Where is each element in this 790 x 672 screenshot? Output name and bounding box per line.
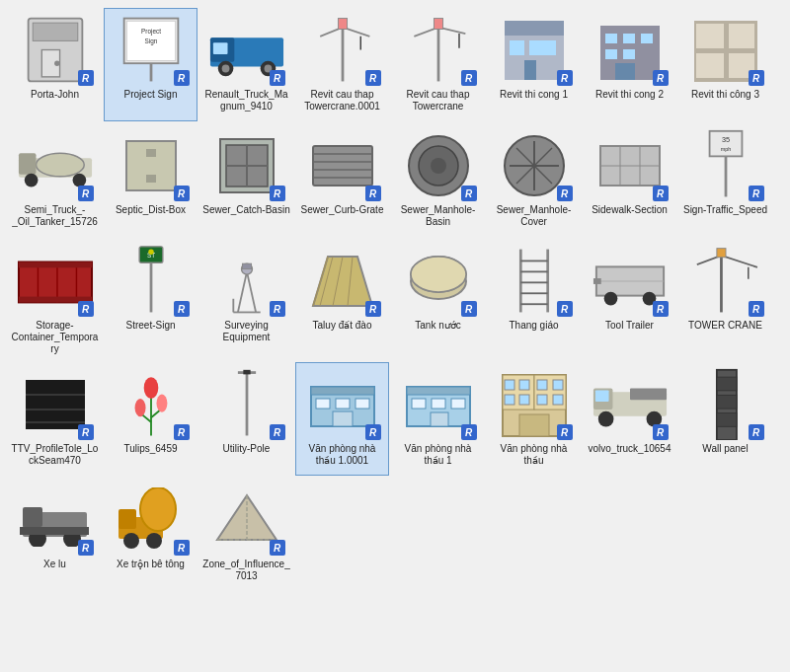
item-thumbnail-storage-container: R	[16, 244, 95, 318]
item-label-van-phong-nha-thau: Văn phòng nhà thầu	[490, 443, 578, 467]
svg-point-162	[597, 411, 613, 426]
svg-line-90	[237, 271, 246, 312]
r-badge: R	[653, 186, 669, 201]
grid-item-sign-traffic-speed[interactable]: 35mphRSign-Traffic_Speed	[678, 123, 772, 237]
item-label-revit-cau-thap-towercrane0001: Revit cau thap Towercrane.0001	[298, 89, 386, 112]
item-label-revit-thi-cong-2: Revit thi cong 2	[595, 89, 664, 101]
svg-text:mph: mph	[720, 146, 731, 152]
svg-rect-152	[553, 380, 563, 390]
grid-item-revit-thi-cong-2[interactable]: RRevit thi cong 2	[583, 8, 676, 121]
grid-item-wall-panel[interactable]: RWall panel	[678, 362, 772, 476]
item-thumbnail-revit-thi-cong-2: R	[591, 13, 670, 87]
svg-rect-11	[212, 42, 227, 54]
svg-rect-36	[641, 34, 653, 43]
r-badge: R	[174, 301, 190, 317]
grid-item-revit-cau-thap-towercrane[interactable]: RRevit cau thap Towercrane	[391, 8, 485, 121]
svg-text:Sign: Sign	[144, 37, 157, 45]
item-label-volvo-truck: volvo_truck_10654	[589, 443, 672, 455]
grid-item-tower-crane[interactable]: RTOWER CRANE	[678, 239, 772, 360]
grid-item-van-phong-nha-thau-1[interactable]: RVăn phòng nhà thầu 1	[391, 362, 485, 476]
item-thumbnail-revit-cau-thap-towercrane0001: R	[303, 13, 382, 87]
item-thumbnail-van-phong-nha-thau: R	[495, 367, 574, 441]
item-label-sewer-manhole-basin: Sewer_Manhole-Basin	[394, 204, 482, 228]
svg-text:35: 35	[721, 135, 729, 144]
grid-item-project-sign[interactable]: ProjectSignRProject Sign	[104, 8, 198, 121]
grid-item-taluy-dat-dao[interactable]: RTaluy đất đào	[295, 239, 389, 360]
grid-item-renault-truck[interactable]: RRenault_Truck_Magnum_9410	[199, 8, 293, 121]
grid-item-sewer-curb-grate[interactable]: RSewer_Curb-Grate	[295, 123, 389, 237]
svg-point-128	[134, 399, 145, 416]
grid-item-sewer-manhole-basin[interactable]: RSewer_Manhole-Basin	[391, 123, 485, 237]
svg-rect-34	[605, 34, 617, 43]
svg-rect-135	[311, 387, 374, 395]
grid-item-thang-giao[interactable]: RThang giáo	[487, 239, 581, 360]
svg-point-126	[143, 377, 158, 399]
r-badge: R	[174, 70, 190, 86]
grid-item-tool-trailer[interactable]: RTool Trailer	[583, 239, 676, 360]
grid-item-septic-dist-box[interactable]: RSeptic_Dist-Box	[104, 123, 198, 237]
svg-rect-143	[432, 399, 445, 409]
item-thumbnail-semi-truck-oil-tanker: R	[16, 128, 95, 202]
r-badge: R	[78, 424, 94, 440]
item-label-septic-dist-box: Septic_Dist-Box	[116, 204, 186, 216]
item-thumbnail-van-phong-nha-thau-1: R	[399, 367, 478, 441]
item-thumbnail-street-sign: STR	[112, 244, 191, 318]
r-badge: R	[749, 186, 764, 201]
grid-item-van-phong-nha-thau-0001[interactable]: RVăn phòng nhà thầu 1.0001	[295, 362, 389, 476]
svg-point-102	[411, 257, 466, 292]
grid-item-sidewalk-section[interactable]: RSidewalk-Section	[583, 123, 676, 237]
svg-rect-35	[623, 34, 635, 43]
item-thumbnail-revit-thi-cong-3: R	[686, 13, 765, 87]
grid-item-tulips[interactable]: RTulips_6459	[104, 362, 198, 476]
svg-rect-1	[33, 23, 78, 40]
grid-item-sewer-catch-basin[interactable]: RSewer_Catch-Basin	[199, 123, 293, 237]
item-thumbnail-sewer-curb-grate: R	[303, 128, 382, 202]
item-label-revit-cau-thap-towercrane: Revit cau thap Towercrane	[394, 89, 482, 112]
grid-item-van-phong-nha-thau[interactable]: RVăn phòng nhà thầu	[487, 362, 581, 476]
item-thumbnail-tulips: R	[112, 367, 191, 441]
item-label-semi-truck-oil-tanker: Semi_Truck_-_Oil_Tanker_15726	[11, 204, 99, 228]
grid-item-porta-john[interactable]: RPorta-John	[8, 8, 102, 121]
svg-point-48	[24, 174, 38, 187]
svg-rect-43	[696, 53, 724, 78]
item-label-zone-of-influence: Zone_of_Influence_7013	[202, 559, 290, 582]
svg-text:Project: Project	[141, 28, 161, 36]
grid-item-sewer-manhole-cover[interactable]: RSewer_Manhole-Cover	[487, 123, 581, 237]
item-label-van-phong-nha-thau-1: Văn phòng nhà thầu 1	[394, 443, 482, 467]
grid-item-volvo-truck[interactable]: Rvolvo_truck_10654	[583, 362, 676, 476]
grid-item-semi-truck-oil-tanker[interactable]: RSemi_Truck_-_Oil_Tanker_15726	[8, 123, 102, 237]
r-badge: R	[461, 70, 477, 86]
r-badge: R	[365, 186, 381, 201]
grid-item-zone-of-influence[interactable]: RZone_of_Influence_7013	[199, 478, 293, 591]
grid-item-revit-thi-cong-1[interactable]: RRevit thi cong 1	[487, 8, 581, 121]
r-badge: R	[78, 540, 94, 556]
grid-item-xe-tron-be-tong[interactable]: RXe trộn bê tông	[104, 478, 198, 591]
svg-rect-138	[356, 399, 369, 409]
item-grid: RPorta-JohnProjectSignRProject SignRRena…	[0, 0, 790, 599]
grid-item-storage-container[interactable]: RStorage-Container_Temporary	[8, 239, 102, 360]
item-thumbnail-porta-john: R	[16, 13, 95, 87]
r-badge: R	[749, 301, 764, 317]
grid-item-revit-cau-thap-towercrane0001[interactable]: RRevit cau thap Towercrane.0001	[295, 8, 389, 121]
svg-rect-166	[716, 395, 736, 409]
svg-rect-30	[529, 40, 544, 55]
item-label-sewer-curb-grate: Sewer_Curb-Grate	[301, 204, 384, 216]
svg-rect-137	[336, 399, 350, 409]
grid-item-tank-nuoc[interactable]: RTank nước	[391, 239, 485, 360]
r-badge: R	[557, 424, 573, 440]
grid-item-revit-thi-cong-3[interactable]: RRevit thi công 3	[678, 8, 772, 121]
grid-item-street-sign[interactable]: STRStreet-Sign	[104, 239, 198, 360]
grid-item-xe-lu[interactable]: RXe lu	[8, 478, 102, 591]
svg-rect-160	[594, 390, 608, 402]
r-badge: R	[461, 186, 477, 201]
svg-rect-151	[537, 380, 547, 390]
svg-rect-169	[23, 507, 42, 527]
grid-item-ttv-profile[interactable]: RTTV_ProfileTole_LockSeam470	[8, 362, 102, 476]
item-thumbnail-sign-traffic-speed: 35mphR	[686, 128, 765, 202]
svg-rect-79	[18, 261, 91, 302]
r-badge: R	[174, 424, 190, 440]
r-badge: R	[365, 424, 381, 440]
grid-item-surveying-equipment[interactable]: RSurveying Equipment	[199, 239, 293, 360]
r-badge: R	[78, 70, 94, 86]
grid-item-utility-pole[interactable]: RUtility-Pole	[199, 362, 293, 476]
